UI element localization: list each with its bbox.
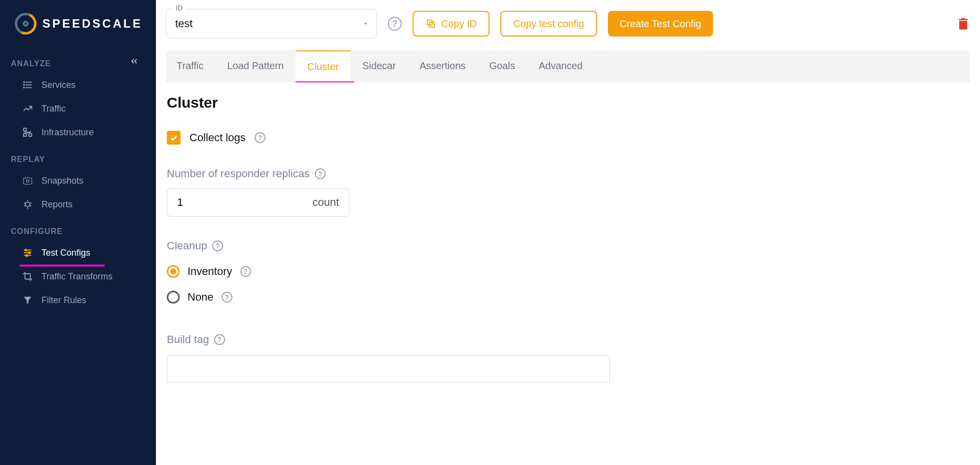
copy-icon xyxy=(425,18,436,29)
sliders-icon xyxy=(22,247,34,259)
svg-point-3 xyxy=(24,82,25,83)
help-icon[interactable]: ? xyxy=(388,17,402,31)
svg-point-4 xyxy=(24,84,25,85)
copy-test-config-button[interactable]: Copy test config xyxy=(500,11,597,37)
id-field-label: ID xyxy=(173,4,186,12)
sidebar-item-label: Reports xyxy=(41,199,73,210)
cleanup-label-row: Cleanup ? xyxy=(167,239,610,252)
radio-none[interactable] xyxy=(167,291,180,304)
sidebar-item-test-configs[interactable]: Test Configs xyxy=(0,241,156,265)
svg-point-11 xyxy=(25,202,30,206)
sidebar-item-filter-rules[interactable]: Filter Rules xyxy=(0,288,156,312)
sidebar-item-services[interactable]: Services xyxy=(0,73,156,97)
svg-line-16 xyxy=(30,205,32,206)
caret-down-icon xyxy=(362,20,369,27)
build-tag-section: Build tag ? xyxy=(167,333,610,383)
svg-point-22 xyxy=(29,252,31,254)
sidebar-item-label: Filter Rules xyxy=(41,295,86,306)
svg-line-15 xyxy=(24,205,26,206)
check-icon xyxy=(169,133,178,142)
tab-sidecar[interactable]: Sidecar xyxy=(350,50,408,82)
replicas-unit: count xyxy=(312,196,339,209)
svg-rect-6 xyxy=(24,128,27,131)
svg-rect-7 xyxy=(29,134,32,137)
svg-line-14 xyxy=(30,202,32,203)
help-icon[interactable]: ? xyxy=(212,240,223,251)
replicas-input-wrapper: count xyxy=(167,188,349,217)
build-tag-label-row: Build tag ? xyxy=(167,333,610,346)
trending-up-icon xyxy=(22,103,34,115)
nav-section-replay: REPLAY xyxy=(0,144,156,169)
replicas-input[interactable] xyxy=(177,196,274,209)
trash-icon xyxy=(956,16,970,32)
cluster-panel: Cluster Collect logs ? Number of respond… xyxy=(166,82,610,383)
id-select[interactable]: test xyxy=(166,9,377,39)
sidebar-item-reports[interactable]: Reports xyxy=(0,193,156,216)
tab-label: Traffic xyxy=(177,60,203,71)
tabs: Traffic Load Pattern Cluster Sidecar Ass… xyxy=(166,50,970,82)
radio-label: None xyxy=(188,291,214,304)
tab-label: Assertions xyxy=(419,60,465,71)
delete-button[interactable] xyxy=(956,16,970,32)
sidebar-item-label: Infrastructure xyxy=(41,127,94,138)
help-icon[interactable]: ? xyxy=(222,292,232,303)
tab-label: Advanced xyxy=(539,60,583,71)
help-icon[interactable]: ? xyxy=(240,266,251,277)
cleanup-option-inventory: Inventory ? xyxy=(167,265,610,278)
sidebar-item-snapshots[interactable]: Snapshots xyxy=(0,169,156,193)
id-select-value: test xyxy=(175,17,192,30)
sidebar-item-traffic[interactable]: Traffic xyxy=(0,97,156,120)
cleanup-option-none: None ? xyxy=(167,291,610,304)
svg-rect-26 xyxy=(959,21,967,29)
create-test-config-button[interactable]: Create Test Config xyxy=(608,11,713,37)
tab-label: Cluster xyxy=(307,61,339,72)
svg-point-21 xyxy=(25,249,27,251)
tab-traffic[interactable]: Traffic xyxy=(166,50,215,82)
section-title: Cluster xyxy=(167,94,610,111)
sidebar-item-label: Test Configs xyxy=(41,248,90,258)
sidebar-item-traffic-transforms[interactable]: Traffic Transforms xyxy=(0,265,156,288)
svg-point-10 xyxy=(26,180,29,183)
tab-goals[interactable]: Goals xyxy=(478,50,527,82)
collect-logs-label: Collect logs xyxy=(189,131,246,144)
tab-load-pattern[interactable]: Load Pattern xyxy=(215,50,296,82)
svg-rect-8 xyxy=(24,134,27,137)
radio-label: Inventory xyxy=(188,265,232,278)
sidebar-collapse-button[interactable] xyxy=(128,55,140,67)
main-content: ID test ? Copy ID Copy test config Creat… xyxy=(156,0,980,465)
copy-id-button[interactable]: Copy ID xyxy=(413,11,490,37)
logo-icon xyxy=(15,13,37,35)
nav-section-configure: CONFIGURE xyxy=(0,216,156,241)
tab-label: Goals xyxy=(490,60,515,71)
sidebar-item-label: Traffic xyxy=(41,104,66,114)
svg-point-5 xyxy=(24,87,25,88)
bug-icon xyxy=(22,198,34,210)
funnel-icon xyxy=(22,294,34,306)
camera-icon xyxy=(22,175,34,187)
collect-logs-checkbox[interactable] xyxy=(167,131,181,145)
collect-logs-row: Collect logs ? xyxy=(167,131,610,145)
build-tag-label: Build tag xyxy=(167,333,209,346)
sidebar-item-label: Snapshots xyxy=(41,176,83,186)
sidebar-item-infrastructure[interactable]: Infrastructure xyxy=(0,120,156,144)
sidebar-item-label: Traffic Transforms xyxy=(41,271,113,282)
help-icon[interactable]: ? xyxy=(255,132,265,143)
svg-line-13 xyxy=(24,202,26,203)
svg-rect-27 xyxy=(959,19,968,20)
build-tag-input[interactable] xyxy=(167,355,610,383)
help-icon[interactable]: ? xyxy=(315,168,326,179)
sidebar: SPEEDSCALE ANALYZE Services Traffic Infr… xyxy=(0,0,156,465)
tab-advanced[interactable]: Advanced xyxy=(527,50,595,82)
crop-icon xyxy=(22,271,34,282)
radio-inventory[interactable] xyxy=(167,265,180,278)
help-icon[interactable]: ? xyxy=(214,334,225,345)
svg-point-23 xyxy=(26,255,28,257)
cleanup-label: Cleanup xyxy=(167,239,207,252)
chevrons-left-icon xyxy=(129,56,139,66)
tab-assertions[interactable]: Assertions xyxy=(408,50,477,82)
network-icon xyxy=(22,126,34,138)
brand-name: SPEEDSCALE xyxy=(42,17,143,31)
button-label: Copy test config xyxy=(513,18,584,30)
tab-label: Load Pattern xyxy=(227,60,284,71)
tab-cluster[interactable]: Cluster xyxy=(296,50,350,82)
